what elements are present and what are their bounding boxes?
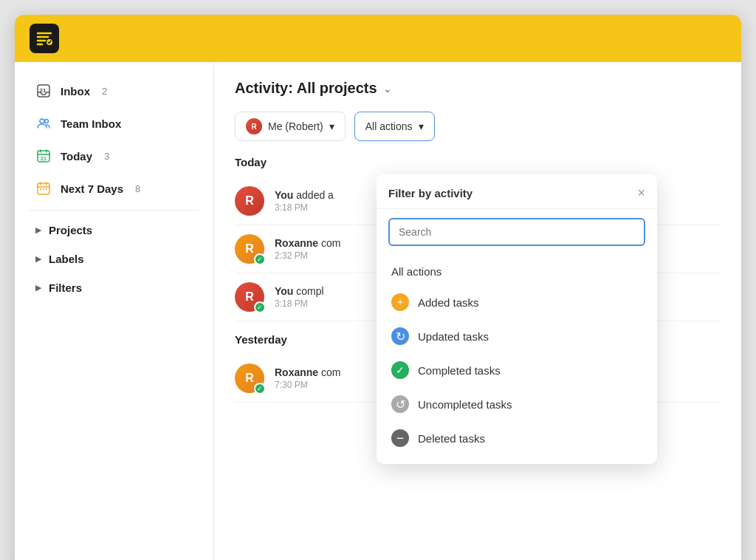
dropdown-item-added-tasks[interactable]: ＋ Added tasks (377, 285, 657, 319)
app-window: 21 Inbox 2 Team Inbox (15, 15, 741, 560)
page-header: Activity: All projects ⌄ (235, 80, 721, 97)
svg-point-4 (45, 120, 49, 123)
added-tasks-label: Added tasks (418, 296, 479, 309)
search-input[interactable] (388, 218, 645, 246)
dropdown-item-deleted-tasks[interactable]: − Deleted tasks (377, 421, 657, 455)
uncompleted-tasks-icon: ↺ (391, 395, 409, 413)
svg-rect-8 (40, 188, 41, 190)
app-logo[interactable] (30, 24, 59, 53)
user-filter-label: Me (Robert) (268, 120, 323, 132)
team-inbox-label: Team Inbox (61, 117, 121, 130)
sidebar-item-next7days[interactable]: Next 7 Days 8 (21, 173, 207, 204)
sidebar-item-filters[interactable]: ▶ Filters (21, 274, 207, 301)
user-filter-button[interactable]: R Me (Robert) ▾ (235, 112, 346, 141)
completed-tasks-label: Completed tasks (418, 364, 501, 377)
sidebar-divider (30, 210, 199, 211)
filters-label: Filters (49, 281, 82, 294)
svg-rect-9 (43, 188, 44, 190)
dropdown-item-updated-tasks[interactable]: ↻ Updated tasks (377, 319, 657, 353)
search-input-wrap (377, 209, 657, 255)
sidebar-item-team-inbox[interactable]: Team Inbox (21, 108, 207, 139)
dropdown-item-uncompleted-tasks[interactable]: ↺ Uncompleted tasks (377, 387, 657, 421)
avatar: R (235, 186, 264, 216)
projects-chevron-icon: ▶ (35, 225, 41, 235)
activity-avatar-wrap: R ✓ (235, 234, 264, 264)
dropdown-close-button[interactable]: × (637, 186, 645, 199)
avatar-badge: ✓ (254, 383, 266, 395)
svg-point-3 (40, 119, 44, 123)
sidebar-item-labels[interactable]: ▶ Labels (21, 245, 207, 273)
added-tasks-icon: ＋ (391, 293, 409, 311)
today-count: 3 (104, 151, 109, 162)
team-icon (35, 115, 52, 132)
inbox-label: Inbox (61, 85, 90, 98)
actions-filter-chevron-icon: ▾ (419, 120, 424, 132)
dropdown-title: Filter by activity (388, 187, 472, 199)
dropdown-list: All actions ＋ Added tasks ↻ Updated task… (377, 255, 657, 458)
user-filter-chevron-icon: ▾ (329, 120, 334, 132)
activity-avatar-wrap: R ✓ (235, 282, 264, 312)
today-section-title: Today (235, 156, 721, 168)
next7days-label: Next 7 Days (61, 182, 123, 195)
projects-label: Projects (49, 224, 92, 236)
updated-tasks-icon: ↻ (391, 327, 409, 345)
uncompleted-tasks-label: Uncompleted tasks (418, 398, 512, 411)
filter-bar: R Me (Robert) ▾ All actions ▾ (235, 112, 721, 141)
inbox-count: 2 (102, 86, 107, 97)
main-content: 21 Inbox 2 Team Inbox (15, 62, 741, 560)
deleted-tasks-label: Deleted tasks (418, 432, 485, 445)
dropdown-header: Filter by activity × (377, 186, 657, 209)
svg-text:21: 21 (41, 156, 47, 161)
labels-label: Labels (49, 253, 84, 265)
avatar-badge: ✓ (254, 253, 266, 265)
user-filter-avatar: R (246, 118, 262, 134)
today-icon: 21 (35, 148, 52, 164)
updated-tasks-label: Updated tasks (418, 330, 489, 343)
activity-avatar-wrap: R (235, 186, 264, 216)
sidebar-item-projects[interactable]: ▶ Projects (21, 216, 207, 244)
activity-avatar-wrap: R ✓ (235, 363, 264, 393)
svg-text:21: 21 (40, 87, 47, 94)
page-title-chevron-icon[interactable]: ⌄ (383, 83, 392, 95)
all-actions-label: All actions (391, 265, 441, 278)
filters-chevron-icon: ▶ (35, 283, 41, 293)
dropdown-item-completed-tasks[interactable]: ✓ Completed tasks (377, 353, 657, 387)
deleted-tasks-icon: − (391, 429, 409, 447)
next7-icon (35, 180, 52, 197)
svg-rect-10 (46, 188, 47, 190)
today-label: Today (61, 150, 92, 163)
actions-filter-button[interactable]: All actions ▾ (354, 112, 435, 141)
completed-tasks-icon: ✓ (391, 361, 409, 379)
page-content: Activity: All projects ⌄ R Me (Robert) ▾… (214, 62, 741, 560)
top-bar (15, 15, 741, 62)
page-title: Activity: All projects (235, 80, 377, 97)
filter-dropdown: Filter by activity × All actions ＋ Added… (377, 174, 657, 464)
avatar-badge: ✓ (254, 301, 266, 313)
labels-chevron-icon: ▶ (35, 254, 41, 264)
next7days-count: 8 (135, 183, 140, 194)
sidebar: 21 Inbox 2 Team Inbox (15, 62, 214, 560)
actions-filter-label: All actions (365, 120, 413, 132)
sidebar-item-today[interactable]: 21 Today 3 (21, 140, 207, 171)
dropdown-item-all-actions[interactable]: All actions (377, 258, 657, 285)
sidebar-item-inbox[interactable]: 21 Inbox 2 (21, 75, 207, 106)
inbox-icon: 21 (35, 83, 52, 99)
